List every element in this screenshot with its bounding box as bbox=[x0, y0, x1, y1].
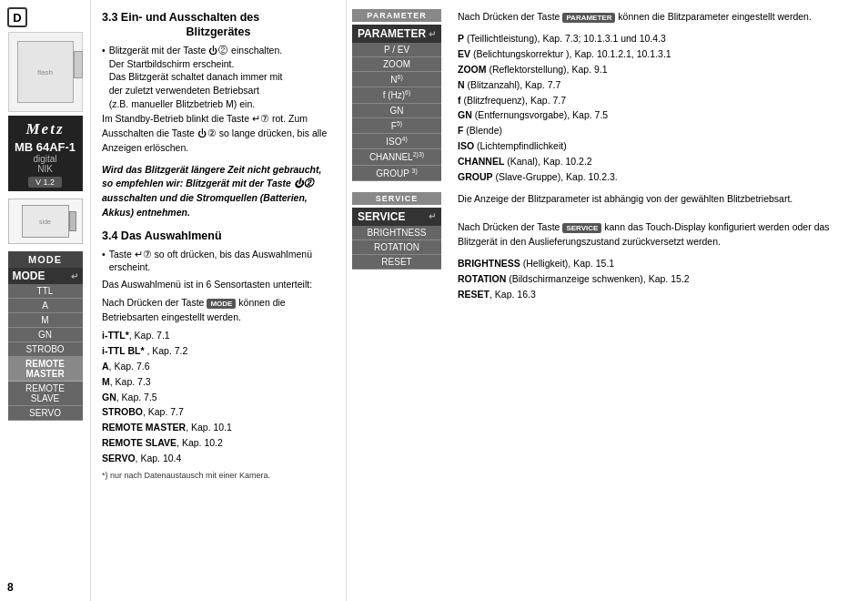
mode-item-servo[interactable]: SERVO bbox=[8, 406, 83, 421]
desc-column: Nach Drücken der Taste PARAMETER können … bbox=[447, 0, 868, 601]
desc-rotation: ROTATION (Bildschirmanzeige schwenken), … bbox=[458, 271, 857, 287]
mode-item-remote-slave[interactable]: REMOTE SLAVE bbox=[8, 382, 83, 406]
parameter-label-box: PARAMETER bbox=[352, 9, 441, 22]
asterisk-note: *) nur nach Datenaustausch mit einer Kam… bbox=[102, 471, 335, 480]
mode-list-item-5: GN, Kap. 7.5 bbox=[102, 390, 335, 405]
desc-F: F (Blende) bbox=[458, 123, 857, 138]
desc-group: GROUP (Slave-Gruppe), Kap. 10.2.3. bbox=[458, 169, 857, 185]
mode-item-strobo[interactable]: STROBO bbox=[8, 342, 83, 357]
mode-items-list: i-TTL*, Kap. 7.1 i-TTL BL* , Kap. 7.2 A,… bbox=[102, 328, 335, 465]
section-3-4: 3.4 Das Auswahlmenü • Taste ↵⑦ so oft dr… bbox=[102, 229, 335, 481]
mode-press-text: Nach Drücken der Taste MODE können die B… bbox=[102, 296, 335, 325]
section-3-3-title: 3.3 Ein- und Ausschalten des bbox=[102, 11, 335, 24]
middle-column: 3.3 Ein- und Ausschalten des Blitzgeräte… bbox=[91, 0, 346, 601]
param-item-channel[interactable]: CHANNEL2)3) bbox=[352, 149, 441, 165]
param-item-f[interactable]: F5) bbox=[352, 118, 441, 134]
param-item-n[interactable]: N6) bbox=[352, 72, 441, 87]
bullet-dot-1: • bbox=[102, 44, 106, 110]
metz-logo: Metz bbox=[10, 120, 81, 138]
brand-box: Metz MB 64AF-1 digital NIK V 1.2 bbox=[8, 116, 83, 191]
service-item-reset[interactable]: RESET bbox=[352, 255, 441, 270]
parameter-note: Die Anzeige der Blitzparameter ist abhän… bbox=[458, 191, 857, 206]
desc-brightness: BRIGHTNESS (Helligkeit), Kap. 15.1 bbox=[458, 256, 857, 271]
d-label: D bbox=[7, 7, 27, 27]
section-3-3-title2: Blitzgerätes bbox=[102, 25, 335, 38]
bullet-text-3-4: Taste ↵⑦ so oft drücken, bis das Auswahl… bbox=[109, 248, 335, 274]
right-area: PARAMETER PARAMETER ↵ P / EV ZOOM N6) f … bbox=[346, 0, 868, 601]
service-descriptions: BRIGHTNESS (Helligkeit), Kap. 15.1 ROTAT… bbox=[458, 256, 857, 301]
service-header-label: SERVICE bbox=[358, 210, 405, 223]
desc-n: N (Blitzanzahl), Kap. 7.7 bbox=[458, 77, 857, 93]
section-3-3: 3.3 Ein- und Ausschalten des Blitzgeräte… bbox=[102, 11, 335, 220]
param-item-iso[interactable]: ISO4) bbox=[352, 134, 441, 149]
bullet-text-1: Blitzgerät mit der Taste ⏻② einschalten.… bbox=[109, 44, 283, 110]
flash-side-icon: side bbox=[8, 199, 83, 244]
mode-list-item-8: REMOTE SLAVE, Kap. 10.2 bbox=[102, 435, 335, 451]
parameter-intro: Nach Drücken der Taste PARAMETER können … bbox=[458, 9, 857, 24]
sidebar: flash Metz MB 64AF-1 digital NIK V 1.2 s… bbox=[0, 0, 91, 601]
desc-channel: CHANNEL (Kanal), Kap. 10.2.2 bbox=[458, 154, 857, 169]
desc-f: f (Blitzfrequenz), Kap. 7.7 bbox=[458, 93, 857, 108]
mode-panel: MODE ↵ TTL A M GN STROBO REMOTE MASTER R… bbox=[8, 268, 83, 421]
mode-list-item-3: A, Kap. 7.6 bbox=[102, 359, 335, 374]
desc-iso: ISO (Lichtempfindlichkeit) bbox=[458, 138, 857, 154]
service-item-brightness[interactable]: BRIGHTNESS bbox=[352, 226, 441, 240]
parameter-header-label: PARAMETER bbox=[358, 27, 426, 40]
warning-text: Wird das Blitzgerät längere Zeit nicht g… bbox=[102, 163, 335, 220]
desc-p: P (Teillichtleistung), Kap. 7.3; 10.1.3.… bbox=[458, 31, 857, 46]
bullet-1: • Blitzgerät mit der Taste ⏻② einschalte… bbox=[102, 44, 335, 110]
page-number: 8 bbox=[7, 581, 14, 594]
model-digital: digital bbox=[10, 154, 81, 164]
device-image: flash bbox=[8, 32, 83, 112]
param-item-group[interactable]: GROUP 3) bbox=[352, 166, 441, 181]
parameter-descriptions: P (Teillichtleistung), Kap. 7.3; 10.1.3.… bbox=[458, 31, 857, 184]
param-item-fhz[interactable]: f (Hz)6) bbox=[352, 87, 441, 103]
section-3-4-title: 3.4 Das Auswahlmenü bbox=[102, 229, 335, 242]
menu-intro: Das Auswahlmenü ist in 6 Sensortasten un… bbox=[102, 278, 335, 292]
bullet-dot-3-4: • bbox=[102, 248, 106, 274]
parameter-panel-header: PARAMETER ↵ bbox=[352, 25, 441, 43]
desc-gn: GN (Entfernungsvorgabe), Kap. 7.5 bbox=[458, 107, 857, 123]
mode-button[interactable]: MODE bbox=[8, 251, 83, 268]
mode-list-item-6: STROBO, Kap. 7.7 bbox=[102, 404, 335, 420]
parameter-return-icon: ↵ bbox=[429, 29, 436, 39]
bullet-3-4: • Taste ↵⑦ so oft drücken, bis das Auswa… bbox=[102, 248, 335, 274]
model-nik: NIK bbox=[10, 164, 81, 174]
mode-item-gn[interactable]: GN bbox=[8, 328, 83, 342]
param-item-zoom[interactable]: ZOOM bbox=[352, 57, 441, 72]
service-return-icon: ↵ bbox=[429, 211, 436, 221]
mode-list-item-4: M, Kap. 7.3 bbox=[102, 374, 335, 390]
mode-header-label: MODE bbox=[13, 270, 45, 282]
model-version: V 1.2 bbox=[28, 177, 62, 188]
desc-zoom: ZOOM (Reflektorstellung), Kap. 9.1 bbox=[458, 62, 857, 77]
mode-list-item-7: REMOTE MASTER, Kap. 10.1 bbox=[102, 420, 335, 435]
service-panel: SERVICE ↵ BRIGHTNESS ROTATION RESET bbox=[352, 208, 441, 270]
panel-column: PARAMETER PARAMETER ↵ P / EV ZOOM N6) f … bbox=[347, 0, 447, 601]
desc-reset: RESET, Kap. 16.3 bbox=[458, 287, 857, 302]
service-label-box: SERVICE bbox=[352, 192, 441, 205]
mode-list-item-1: i-TTL*, Kap. 7.1 bbox=[102, 328, 335, 343]
mode-item-m[interactable]: M bbox=[8, 313, 83, 328]
mode-panel-header: MODE ↵ bbox=[8, 268, 83, 284]
param-item-gn[interactable]: GN bbox=[352, 104, 441, 118]
service-intro: Nach Drücken der Taste SERVICE kann das … bbox=[458, 219, 857, 250]
mode-item-remote-master[interactable]: REMOTE MASTER bbox=[8, 357, 83, 382]
param-item-pev[interactable]: P / EV bbox=[352, 43, 441, 57]
standby-text: Im Standby-Betrieb blinkt die Taste ↵⑦ r… bbox=[102, 112, 335, 155]
mode-list-item-9: SERVO, Kap. 10.4 bbox=[102, 451, 335, 466]
mode-item-ttl[interactable]: TTL bbox=[8, 284, 83, 299]
model-name: MB 64AF-1 bbox=[10, 140, 81, 154]
mode-list-item-2: i-TTL BL* , Kap. 7.2 bbox=[102, 343, 335, 359]
mode-item-a[interactable]: A bbox=[8, 299, 83, 313]
service-panel-header: SERVICE ↵ bbox=[352, 208, 441, 226]
service-item-rotation[interactable]: ROTATION bbox=[352, 240, 441, 255]
parameter-panel: PARAMETER ↵ P / EV ZOOM N6) f (Hz)6) GN … bbox=[352, 25, 441, 181]
mode-return-icon: ↵ bbox=[71, 271, 78, 281]
desc-ev: EV (Belichtungskorrektur ), Kap. 10.1.2.… bbox=[458, 46, 857, 62]
